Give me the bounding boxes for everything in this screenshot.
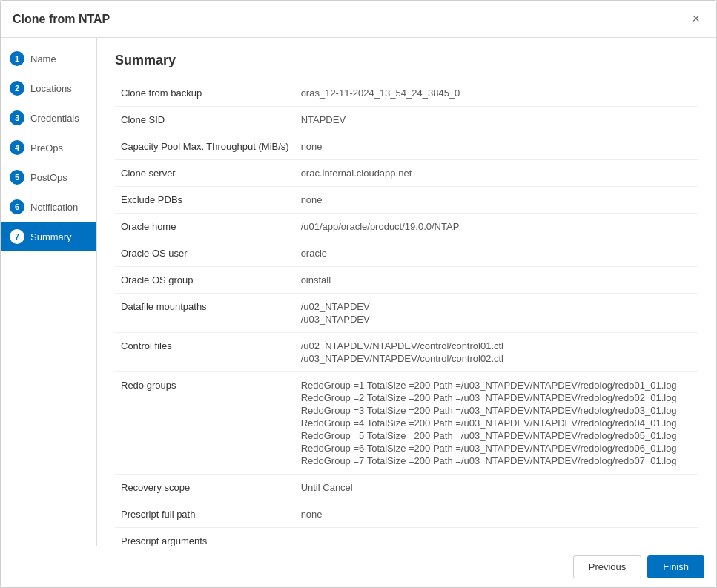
step-badge-5: 6 <box>10 199 24 214</box>
row-value-1: NTAPDEV <box>295 107 698 133</box>
row-value-item: /u02_NTAPDEV <box>301 301 693 312</box>
sidebar-item-credentials[interactable]: 3Credentials <box>1 103 96 133</box>
sidebar-label-preops: PreOps <box>30 142 63 153</box>
row-label-9: Control files <box>115 333 295 372</box>
summary-row-12: Prescript full pathnone <box>115 501 698 528</box>
row-value-6: oracle <box>295 240 698 267</box>
summary-row-3: Clone serverorac.internal.cloudapp.net <box>115 160 698 187</box>
sidebar-label-locations: Locations <box>30 83 72 94</box>
dialog-body: 1Name2Locations3Credentials4PreOps5PostO… <box>1 38 716 546</box>
row-value-12: none <box>295 501 698 528</box>
summary-row-4: Exclude PDBsnone <box>115 187 698 214</box>
row-value-item: /u03_NTAPDEV/NTAPDEV/control/control02.c… <box>301 353 693 364</box>
row-label-11: Recovery scope <box>115 475 295 501</box>
sidebar-item-notification[interactable]: 6Notification <box>1 192 96 222</box>
row-label-12: Prescript full path <box>115 501 295 528</box>
step-badge-4: 5 <box>10 170 24 185</box>
step-badge-6: 7 <box>10 229 24 244</box>
summary-row-0: Clone from backuporas_12-11-2024_13_54_2… <box>115 80 698 107</box>
row-value-11: Until Cancel <box>295 475 698 501</box>
summary-row-9: Control files/u02_NTAPDEV/NTAPDEV/contro… <box>115 333 698 372</box>
row-value-7: oinstall <box>295 267 698 294</box>
summary-row-1: Clone SIDNTAPDEV <box>115 107 698 133</box>
row-value-9: /u02_NTAPDEV/NTAPDEV/control/control01.c… <box>295 333 698 372</box>
summary-row-11: Recovery scopeUntil Cancel <box>115 475 698 501</box>
summary-row-8: Datafile mountpaths/u02_NTAPDEV/u03_NTAP… <box>115 294 698 333</box>
row-label-13: Prescript arguments <box>115 528 295 546</box>
dialog-title: Clone from NTAP <box>13 13 110 26</box>
content-title: Summary <box>115 53 698 68</box>
row-value-4: none <box>295 187 698 214</box>
dialog-header: Clone from NTAP × <box>1 1 716 38</box>
row-label-4: Exclude PDBs <box>115 187 295 214</box>
row-value-item: RedoGroup =6 TotalSize =200 Path =/u03_N… <box>301 443 693 454</box>
row-value-item: RedoGroup =1 TotalSize =200 Path =/u03_N… <box>301 380 693 391</box>
row-value-3: orac.internal.cloudapp.net <box>295 160 698 187</box>
sidebar-item-name[interactable]: 1Name <box>1 44 96 73</box>
dialog-footer: Previous Finish <box>1 546 716 587</box>
row-label-5: Oracle home <box>115 214 295 240</box>
row-label-7: Oracle OS group <box>115 267 295 294</box>
row-value-13 <box>295 528 698 546</box>
sidebar-label-postops: PostOps <box>30 172 67 183</box>
summary-row-7: Oracle OS groupoinstall <box>115 267 698 294</box>
sidebar-item-summary[interactable]: 7Summary <box>1 222 96 251</box>
row-value-5: /u01/app/oracle/product/19.0.0/NTAP <box>295 214 698 240</box>
main-content: Summary Clone from backuporas_12-11-2024… <box>97 38 716 546</box>
row-value-item: RedoGroup =5 TotalSize =200 Path =/u03_N… <box>301 430 693 441</box>
clone-dialog: Clone from NTAP × 1Name2Locations3Creden… <box>0 0 717 588</box>
finish-button[interactable]: Finish <box>647 555 704 578</box>
summary-row-10: Redo groupsRedoGroup =1 TotalSize =200 P… <box>115 372 698 475</box>
row-value-2: none <box>295 133 698 160</box>
row-label-8: Datafile mountpaths <box>115 294 295 333</box>
step-badge-0: 1 <box>10 51 24 66</box>
sidebar-label-notification: Notification <box>30 202 78 213</box>
summary-table: Clone from backuporas_12-11-2024_13_54_2… <box>115 80 698 546</box>
row-value-item: RedoGroup =2 TotalSize =200 Path =/u03_N… <box>301 392 693 403</box>
sidebar-label-credentials: Credentials <box>30 113 79 124</box>
row-value-0: oras_12-11-2024_13_54_24_3845_0 <box>295 80 698 107</box>
row-value-8: /u02_NTAPDEV/u03_NTAPDEV <box>295 294 698 333</box>
summary-row-2: Capacity Pool Max. Throughput (MiB/s)non… <box>115 133 698 160</box>
step-badge-3: 4 <box>10 140 24 155</box>
sidebar-label-summary: Summary <box>30 231 72 242</box>
row-label-1: Clone SID <box>115 107 295 133</box>
row-label-3: Clone server <box>115 160 295 187</box>
row-label-10: Redo groups <box>115 372 295 475</box>
summary-row-6: Oracle OS useroracle <box>115 240 698 267</box>
sidebar-item-locations[interactable]: 2Locations <box>1 73 96 103</box>
close-button[interactable]: × <box>687 10 704 28</box>
row-value-item: RedoGroup =4 TotalSize =200 Path =/u03_N… <box>301 417 693 429</box>
row-label-6: Oracle OS user <box>115 240 295 267</box>
row-label-0: Clone from backup <box>115 80 295 107</box>
row-value-item: RedoGroup =3 TotalSize =200 Path =/u03_N… <box>301 405 693 416</box>
row-value-item: /u03_NTAPDEV <box>301 314 693 325</box>
sidebar-item-postops[interactable]: 5PostOps <box>1 162 96 192</box>
summary-row-13: Prescript arguments <box>115 528 698 546</box>
previous-button[interactable]: Previous <box>573 555 642 578</box>
row-value-item: RedoGroup =7 TotalSize =200 Path =/u03_N… <box>301 455 693 466</box>
step-badge-2: 3 <box>10 110 24 125</box>
content-area: Summary Clone from backuporas_12-11-2024… <box>97 38 716 546</box>
sidebar: 1Name2Locations3Credentials4PreOps5PostO… <box>1 38 97 546</box>
sidebar-label-name: Name <box>30 53 56 65</box>
summary-row-5: Oracle home/u01/app/oracle/product/19.0.… <box>115 214 698 240</box>
row-label-2: Capacity Pool Max. Throughput (MiB/s) <box>115 133 295 160</box>
step-badge-1: 2 <box>10 81 24 96</box>
sidebar-item-preops[interactable]: 4PreOps <box>1 133 96 162</box>
row-value-item: /u02_NTAPDEV/NTAPDEV/control/control01.c… <box>301 340 693 351</box>
row-value-10: RedoGroup =1 TotalSize =200 Path =/u03_N… <box>295 372 698 475</box>
